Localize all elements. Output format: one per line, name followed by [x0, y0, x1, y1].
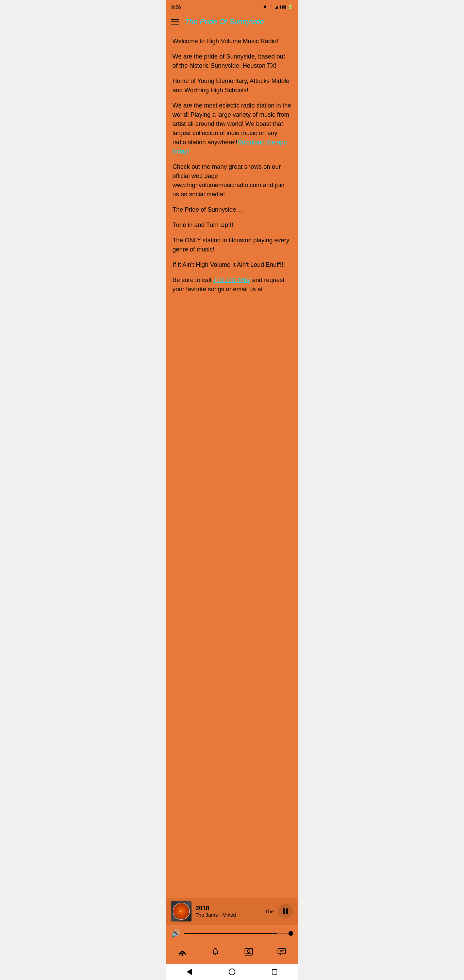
progress-fill: [184, 933, 276, 934]
volume-bar-container: 🔊: [166, 925, 298, 942]
album-art: HV: [171, 901, 192, 921]
podcast-icon: [178, 947, 187, 959]
para-phone: Be sure to call 713 733 4867 and request…: [172, 275, 292, 294]
track-year: 2018: [195, 905, 261, 912]
svg-rect-6: [278, 948, 285, 954]
back-button[interactable]: [187, 969, 192, 975]
status-icons: ⏺ 📍 ◢ ▮▮▮ 🔋: [263, 5, 293, 9]
wifi-icon: ◢: [275, 5, 278, 9]
home-icon: [229, 969, 235, 975]
volume-icon: 🔊: [171, 929, 180, 938]
status-time: 9:56: [171, 4, 181, 10]
progress-thumb: [288, 931, 293, 936]
para-slogan1: The Pride of Sunnyside…: [172, 205, 292, 215]
para-schools: Home of Young Elementary, Attucks Middle…: [172, 76, 292, 95]
contacts-icon: [244, 947, 253, 959]
nav-notifications[interactable]: [207, 946, 224, 960]
recents-button[interactable]: [272, 969, 277, 975]
para-loud: If It Ain't High Volume It Ain't Loud En…: [172, 260, 292, 269]
bottom-nav: [166, 942, 298, 964]
location-icon: 📍: [269, 5, 273, 9]
pause-icon: [283, 908, 288, 914]
status-bar: 9:56 ⏺ 📍 ◢ ▮▮▮ 🔋: [166, 0, 298, 12]
recents-icon: [272, 969, 277, 975]
description-block: Welcome to High Volume Music Radio! We a…: [172, 37, 292, 294]
download-link[interactable]: Download the app today!: [172, 139, 287, 155]
pause-button[interactable]: [278, 904, 293, 919]
system-nav: [166, 964, 298, 980]
main-content: Welcome to High Volume Music Radio! We a…: [166, 31, 298, 898]
para-eclectic: We are the most eclectic radio station i…: [172, 101, 292, 156]
track-info: 2018 Trip Jams - Mixed: [195, 905, 261, 918]
para-only: The ONLY station in Houston playing ever…: [172, 236, 292, 254]
track-extra: The: [265, 908, 274, 914]
app-bar: The Pride Of Sunnyside: [166, 12, 298, 31]
now-playing-bar: HV 2018 Trip Jams - Mixed The: [166, 898, 298, 925]
para-pride: We are the pride of Sunnyside, based out…: [172, 52, 292, 70]
record-icon: ⏺: [263, 5, 267, 9]
signal-icon: ▮▮▮: [279, 5, 286, 9]
app-title: The Pride Of Sunnyside: [185, 18, 264, 26]
svg-point-5: [247, 950, 250, 953]
para-slogan2: Tune in and Turn Up!!!: [172, 221, 292, 230]
para-website: Check out the many great shows on our of…: [172, 162, 292, 199]
phone-link[interactable]: 713 733 4867: [213, 277, 250, 283]
back-icon: [187, 969, 192, 975]
battery-icon: 🔋: [288, 5, 293, 9]
chat-icon: [277, 947, 286, 959]
bell-icon: [211, 947, 220, 959]
nav-contacts[interactable]: [240, 946, 257, 960]
progress-track[interactable]: [184, 933, 293, 934]
menu-button[interactable]: [171, 19, 179, 24]
para-welcome: Welcome to High Volume Music Radio!: [172, 37, 292, 46]
nav-chat[interactable]: [273, 946, 291, 960]
nav-podcasts[interactable]: [173, 946, 191, 960]
track-subtitle: Trip Jams - Mixed: [195, 912, 261, 918]
home-button[interactable]: [229, 969, 235, 975]
